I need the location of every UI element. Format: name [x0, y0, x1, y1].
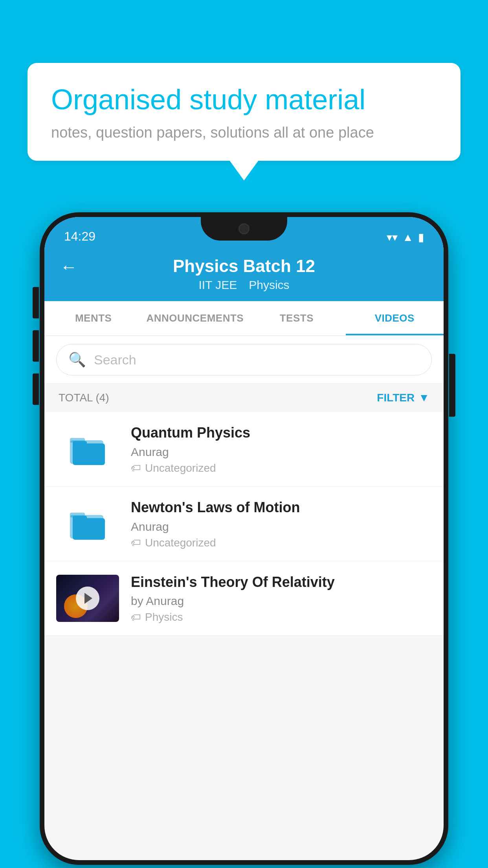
app-header: ← Physics Batch 12 IIT JEE Physics — [44, 248, 444, 301]
video-info-1: Quantum Physics Anurag 🏷 Uncategorized — [131, 424, 432, 474]
search-icon: 🔍 — [68, 351, 86, 368]
video-title-3: Einstein's Theory Of Relativity — [131, 573, 432, 592]
filter-bar: TOTAL (4) FILTER ▼ — [44, 384, 444, 412]
video-thumbnail-3 — [56, 575, 119, 622]
svg-rect-2 — [73, 443, 105, 465]
camera — [238, 223, 250, 234]
tab-videos[interactable]: VIDEOS — [346, 301, 444, 335]
wifi-icon: ▾▾ — [387, 231, 398, 244]
phone-notch — [201, 217, 287, 241]
header-subtitle-iitjee: IIT JEE — [198, 278, 237, 292]
search-bar[interactable]: 🔍 Search — [56, 344, 432, 375]
video-info-2: Newton's Laws of Motion Anurag 🏷 Uncateg… — [131, 498, 432, 549]
svg-rect-6 — [73, 518, 105, 540]
video-thumb-img-3 — [56, 575, 119, 622]
search-container: 🔍 Search — [44, 336, 444, 384]
filter-icon: ▼ — [418, 392, 429, 404]
bubble-title: Organised study material — [51, 83, 437, 116]
back-button[interactable]: ← — [60, 257, 77, 277]
status-icons: ▾▾ ▲ ▮ — [387, 231, 424, 244]
video-author-2: Anurag — [131, 520, 432, 533]
tag-icon-2: 🏷 — [131, 537, 141, 549]
tag-text-3: Physics — [145, 611, 183, 623]
list-item[interactable]: Newton's Laws of Motion Anurag 🏷 Uncateg… — [44, 487, 444, 561]
video-info-3: Einstein's Theory Of Relativity by Anura… — [131, 573, 432, 624]
speech-bubble: Organised study material notes, question… — [28, 63, 460, 161]
header-subtitle-physics: Physics — [249, 278, 289, 292]
folder-icon — [68, 507, 107, 541]
svg-rect-7 — [73, 516, 87, 520]
signal-icon: ▲ — [402, 231, 413, 244]
tabs-bar: MENTS ANNOUNCEMENTS TESTS VIDEOS — [44, 301, 444, 336]
bubble-subtitle: notes, question papers, solutions all at… — [51, 124, 437, 141]
video-author-1: Anurag — [131, 445, 432, 459]
video-tag-2: 🏷 Uncategorized — [131, 537, 432, 549]
tab-announcements[interactable]: ANNOUNCEMENTS — [142, 301, 248, 335]
header-subtitle: IIT JEE Physics — [198, 278, 289, 292]
tag-icon-3: 🏷 — [131, 611, 141, 623]
battery-icon: ▮ — [418, 231, 424, 244]
search-placeholder: Search — [94, 352, 136, 368]
filter-button[interactable]: FILTER ▼ — [377, 392, 429, 404]
list-item[interactable]: Einstein's Theory Of Relativity by Anura… — [44, 561, 444, 636]
speech-bubble-container: Organised study material notes, question… — [28, 63, 460, 161]
video-list: Quantum Physics Anurag 🏷 Uncategorized — [44, 412, 444, 636]
tab-tests[interactable]: TESTS — [248, 301, 345, 335]
video-thumbnail-1 — [56, 425, 119, 473]
phone-inner: 14:29 ▾▾ ▲ ▮ ← Physics Batch 12 IIT JEE … — [44, 217, 444, 860]
play-icon — [84, 593, 92, 604]
svg-rect-3 — [73, 441, 87, 446]
video-title-2: Newton's Laws of Motion — [131, 498, 432, 517]
phone-frame: 14:29 ▾▾ ▲ ▮ ← Physics Batch 12 IIT JEE … — [40, 212, 448, 865]
total-count: TOTAL (4) — [59, 392, 109, 404]
video-title-1: Quantum Physics — [131, 424, 432, 442]
filter-label: FILTER — [377, 392, 415, 404]
folder-icon — [68, 432, 107, 466]
video-thumbnail-2 — [56, 500, 119, 547]
tag-text-2: Uncategorized — [145, 537, 216, 549]
header-title: Physics Batch 12 — [173, 256, 315, 276]
tag-icon-1: 🏷 — [131, 462, 141, 474]
phone-outer: 14:29 ▾▾ ▲ ▮ ← Physics Batch 12 IIT JEE … — [40, 212, 448, 865]
video-author-3: by Anurag — [131, 594, 432, 608]
video-tag-1: 🏷 Uncategorized — [131, 462, 432, 474]
tag-text-1: Uncategorized — [145, 462, 216, 474]
list-item[interactable]: Quantum Physics Anurag 🏷 Uncategorized — [44, 412, 444, 487]
status-time: 14:29 — [64, 229, 95, 244]
tab-ments[interactable]: MENTS — [44, 301, 142, 335]
play-button-3[interactable] — [76, 587, 99, 610]
video-tag-3: 🏷 Physics — [131, 611, 432, 623]
